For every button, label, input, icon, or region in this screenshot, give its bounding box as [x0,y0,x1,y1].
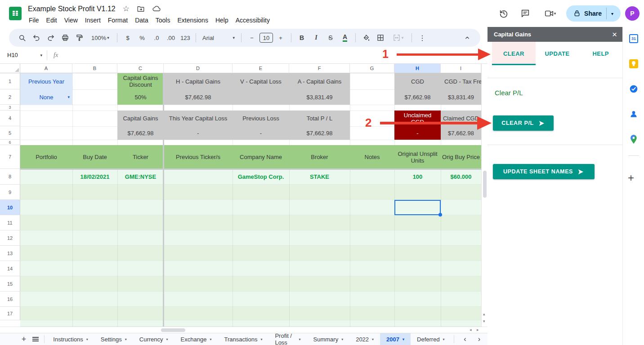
name-box-caret-icon[interactable]: ▾ [40,53,42,58]
format-percent-icon[interactable]: % [135,31,149,44]
column-header-B[interactable]: B [72,64,117,73]
move-folder-icon[interactable] [137,5,145,13]
horizontal-scroll-thumb[interactable] [161,328,185,332]
row-header-15[interactable]: 15 [0,276,20,292]
frozen-columns-divider[interactable] [163,64,164,327]
meet-caret-icon[interactable]: ▾ [554,11,556,16]
contacts-icon[interactable] [629,109,639,119]
cell-E4[interactable]: Previous Loss [233,111,289,126]
row-header-14[interactable]: 14 [0,261,20,276]
header-cell-notes[interactable]: Notes [350,145,394,169]
header-cell-broker[interactable]: Broker [289,145,350,169]
row-header-11[interactable]: 11 [0,215,20,230]
decrease-decimal-icon[interactable]: .0 [150,31,163,44]
row-header-10[interactable]: 10 [0,200,20,215]
sheet-tab-profit-loss[interactable]: Profit / Loss▾ [268,333,307,345]
cloud-status-icon[interactable] [152,4,161,13]
header-cell-buy-date[interactable]: Buy Date [72,145,117,169]
tab-caret-icon[interactable]: ▾ [166,337,168,341]
frozen-rows-divider[interactable] [0,168,481,170]
row-header-1[interactable]: 1 [0,73,20,89]
column-header-I[interactable]: I [441,64,481,73]
comments-icon[interactable] [517,5,534,22]
column-header-A[interactable]: A [20,64,72,73]
tab-caret-icon[interactable]: ▾ [210,337,211,341]
account-avatar[interactable]: P [625,6,640,21]
header-cell-orig-buy-price[interactable]: Orig Buy Price [441,145,481,169]
scroll-left-icon[interactable]: ◂ [470,327,472,332]
tab-update[interactable]: UPDATE [536,42,579,65]
tab-caret-icon[interactable]: ▾ [260,337,262,341]
cell-F4[interactable]: Total P / L [289,111,350,126]
cell-E1[interactable]: V - Capital Loss [233,73,289,89]
tab-caret-icon[interactable]: ▾ [443,337,445,341]
name-box[interactable]: H10 ▾ [0,52,47,58]
cell-F2[interactable]: $3,831.49 [289,89,350,105]
tabs-scroll-right-icon[interactable]: › [478,335,480,343]
cell-D2[interactable]: $7,662.98 [164,89,233,105]
cell-C8[interactable]: GME:NYSE [117,169,164,185]
cell-C1[interactable]: Capital Gains Discount [117,73,164,89]
column-header-C[interactable]: C [117,64,164,73]
maps-icon[interactable] [629,134,639,144]
italic-icon[interactable]: I [309,31,323,44]
vertical-scroll-thumb[interactable] [483,171,487,198]
row-header-8[interactable]: 8 [0,169,20,185]
column-header-E[interactable]: E [233,64,289,73]
tabs-scroll-left-icon[interactable]: ‹ [464,335,466,343]
cell-C2[interactable]: 50% [117,89,164,105]
tab-caret-icon[interactable]: ▾ [341,337,343,341]
cell-H2[interactable]: $7,662.98 [394,89,441,105]
tab-caret-icon[interactable]: ▾ [299,337,301,341]
sheet-tab-settings[interactable]: Settings▾ [94,333,133,345]
scroll-right-icon[interactable]: ▸ [477,327,479,332]
row-header-16[interactable]: 16 [0,292,20,307]
dropdown-caret-icon[interactable]: ▾ [67,94,70,101]
sheet-tab-exchange[interactable]: Exchange▾ [174,333,218,345]
strikethrough-icon[interactable]: S [324,31,337,44]
menu-format[interactable]: Format [104,15,131,25]
font-size-input[interactable]: 10 [259,33,273,43]
row-header-3[interactable]: 3 [0,105,20,111]
tab-caret-icon[interactable]: ▾ [125,337,127,341]
menu-insert[interactable]: Insert [81,15,104,25]
increase-font-size-button[interactable]: + [274,31,287,44]
cell-E2[interactable] [233,89,289,105]
borders-icon[interactable] [374,31,387,44]
cell-H8[interactable]: 100 [394,169,441,185]
horizontal-scrollbar[interactable]: ◂ ▸ [0,327,487,333]
add-sheet-button[interactable]: + [18,333,30,345]
cell-D4[interactable]: This Year Capital Loss [164,111,233,126]
cell-D1[interactable]: H - Capital Gains [164,73,233,89]
undo-icon[interactable] [30,31,43,44]
cell-I5[interactable]: $7,662.98 [441,126,481,140]
collapse-toolbar-icon[interactable] [461,31,474,44]
sheets-logo-icon[interactable] [9,7,22,20]
header-cell-company-name[interactable]: Company Name [233,145,289,169]
sheet-tab-summary[interactable]: Summary▾ [307,333,350,345]
cell-A1[interactable]: Previous Year [20,73,72,89]
sheet-tab-currency[interactable]: Currency▾ [133,333,174,345]
share-button[interactable]: Share ▾ [566,5,621,22]
fill-handle[interactable] [438,213,442,217]
decrease-font-size-button[interactable]: − [245,31,259,44]
tab-caret-icon[interactable]: ▾ [372,337,374,341]
row-header-2[interactable]: 2 [0,89,20,105]
cell-F8[interactable]: STAKE [289,169,350,185]
scroll-down-icon[interactable]: ▾ [483,319,485,323]
more-toolbar-icon[interactable]: ⋮ [416,31,429,44]
select-all-corner[interactable] [0,64,20,73]
font-select[interactable]: Arial ▾ [200,31,237,44]
fill-color-icon[interactable] [359,31,373,44]
document-title[interactable]: Example Stock Profit V1.12 [28,5,116,13]
vertical-scrollbar[interactable]: ▴ ▾ [481,64,487,327]
row-header-9[interactable]: 9 [0,185,20,200]
get-add-ons-icon[interactable]: + [628,172,634,184]
print-icon[interactable] [58,31,72,44]
tab-clear[interactable]: CLEAR [492,42,536,65]
cell-F5[interactable]: $7,662.98 [289,126,350,140]
sheet-tab-2007-active[interactable]: 2007▾ [380,333,411,345]
menu-help[interactable]: Help [212,15,232,25]
row-header-5[interactable]: 5 [0,126,20,140]
header-cell-original-unsplit-units[interactable]: Original Unsplit Units [394,145,441,169]
